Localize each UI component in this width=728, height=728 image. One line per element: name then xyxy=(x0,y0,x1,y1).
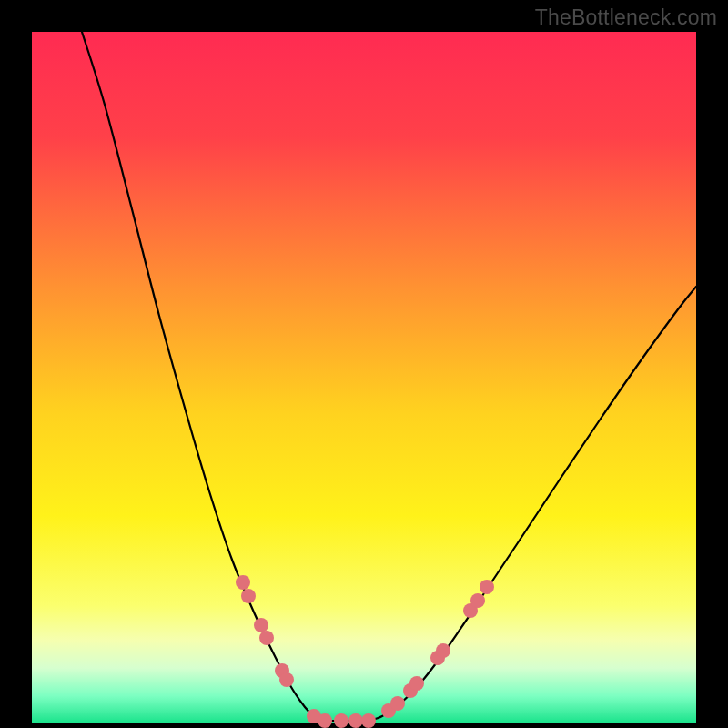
marker-point xyxy=(241,589,256,603)
marker-point xyxy=(390,696,405,711)
marker-point xyxy=(349,713,363,728)
marker-point xyxy=(318,713,332,728)
chart-frame: TheBottleneck.com xyxy=(0,0,728,728)
marker-point xyxy=(480,580,494,594)
marker-point xyxy=(334,713,349,728)
marker-point xyxy=(279,672,294,687)
marker-point xyxy=(410,676,424,691)
gradient-background xyxy=(32,32,696,723)
marker-point xyxy=(236,575,250,590)
marker-point xyxy=(436,643,450,658)
marker-point xyxy=(470,593,485,608)
chart-canvas xyxy=(0,0,728,728)
marker-point xyxy=(254,618,268,632)
marker-point xyxy=(259,631,274,645)
marker-point xyxy=(361,713,376,728)
